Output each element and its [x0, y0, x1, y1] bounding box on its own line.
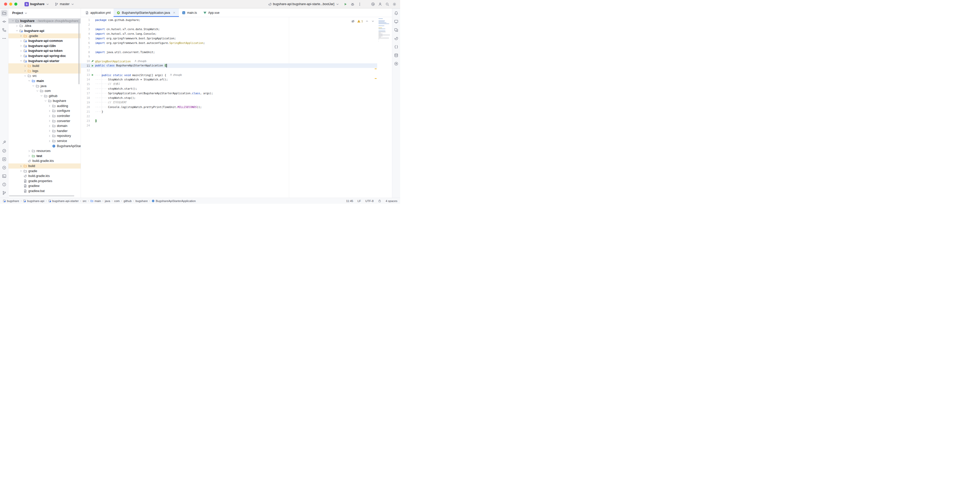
tree-item-build[interactable]: build: [8, 63, 81, 69]
previous-problem-button[interactable]: [365, 19, 369, 23]
tree-item-converter[interactable]: converter: [8, 118, 81, 124]
tree-chevron-icon[interactable]: [23, 74, 27, 78]
build-tool-button[interactable]: [1, 139, 7, 145]
code-line-18[interactable]: 18········stopWatch.stop();: [81, 96, 377, 100]
tree-item-bugshare-api-sa-token[interactable]: bugshare-api-sa-token: [8, 48, 81, 54]
more-tool-windows-button[interactable]: [1, 35, 7, 41]
tree-item-java[interactable]: java: [8, 83, 81, 89]
tree-chevron-icon[interactable]: [48, 114, 52, 118]
breadcrumb-bugshare-api[interactable]: bugshare-api: [23, 199, 44, 202]
project-widget[interactable]: b bugshare: [22, 1, 52, 7]
code-line-5[interactable]: 5import org.springframework.boot.SpringA…: [81, 36, 377, 41]
run-tool-button[interactable]: [1, 164, 7, 171]
tree-item-configure[interactable]: configure: [8, 108, 81, 114]
tree-chevron-icon[interactable]: [48, 134, 52, 138]
notifications-button[interactable]: [393, 10, 399, 16]
tree-chevron-icon[interactable]: [23, 64, 27, 68]
tree-item-gradlew[interactable]: gradlew: [8, 183, 81, 189]
breadcrumb-com[interactable]: com: [114, 199, 120, 202]
highlighting-level-icon[interactable]: [351, 19, 355, 23]
run-configuration-widget[interactable]: bugshare-api:bugshare-api-starte...bootJ…: [266, 2, 342, 7]
code-line-3[interactable]: 3import cn.hutool.v7.core.date.StopWatch…: [81, 27, 377, 32]
problems-tool-button[interactable]: [1, 181, 7, 188]
tree-chevron-icon[interactable]: [27, 79, 31, 83]
code-line-9[interactable]: 9: [81, 54, 377, 59]
tree-chevron-icon[interactable]: [11, 19, 15, 23]
tree-item-build.gradle.kts[interactable]: build.gradle.kts: [8, 174, 81, 179]
warnings-indicator[interactable]: 1: [357, 19, 363, 23]
version-control-tool-button[interactable]: [1, 190, 7, 196]
breadcrumb-github[interactable]: github: [124, 199, 131, 202]
tab-BugshareApiStarterApplication.java[interactable]: BugshareApiStarterApplication.java: [114, 8, 179, 17]
close-window-button[interactable]: [4, 3, 7, 6]
tree-chevron-icon[interactable]: [19, 44, 23, 48]
code-line-17[interactable]: 17········SpringApplication.run(Bugshare…: [81, 91, 377, 96]
code-line-16[interactable]: 16········stopWatch.start();: [81, 86, 377, 91]
tree-item-test[interactable]: test: [8, 153, 81, 159]
tree-chevron-icon[interactable]: [19, 169, 23, 173]
branch-widget[interactable]: master: [52, 2, 76, 7]
project-tool-button[interactable]: [1, 10, 7, 16]
tree-chevron-icon[interactable]: [48, 129, 52, 133]
tree-item-auditing[interactable]: auditing: [8, 104, 81, 108]
tree-item-bugshare-api-starter[interactable]: bugshare-api-starter: [8, 59, 81, 64]
breadcrumb-src[interactable]: src: [83, 199, 86, 202]
tree-item-com[interactable]: com: [8, 88, 81, 94]
tree-chevron-icon[interactable]: [48, 119, 52, 123]
tree-item-build.gradle.kts[interactable]: build.gradle.kts: [8, 159, 81, 164]
database-button[interactable]: [393, 52, 399, 59]
tree-item-github[interactable]: github: [8, 94, 81, 99]
tree-item-repository[interactable]: repository: [8, 134, 81, 139]
tree-chevron-icon[interactable]: [19, 54, 23, 58]
tree-item-controller[interactable]: controller: [8, 113, 81, 118]
indent-style[interactable]: 4 spaces: [386, 199, 397, 202]
zoom-window-button[interactable]: [14, 3, 18, 6]
tree-chevron-icon[interactable]: [19, 164, 23, 168]
tree-item-resources[interactable]: resources: [8, 148, 81, 153]
code-line-13[interactable]: 13····public static void main(String[] a…: [81, 73, 377, 77]
tab-application.yml[interactable]: application.yml: [82, 8, 114, 17]
tab-main.ts[interactable]: TSmain.ts: [179, 8, 200, 17]
tree-chevron-icon[interactable]: [27, 149, 31, 153]
project-panel-header[interactable]: Project: [8, 8, 81, 18]
project-tree-vertical-scrollbar[interactable]: [79, 19, 80, 84]
close-tab-icon[interactable]: [172, 11, 176, 14]
code-line-7[interactable]: 7: [81, 45, 377, 50]
terminal-tool-button[interactable]: [1, 173, 7, 179]
line-separator[interactable]: LF: [358, 199, 361, 202]
tree-item-logs[interactable]: logs: [8, 69, 81, 73]
code-line-19[interactable]: 19········// 打印出耗时: [81, 100, 377, 105]
code-line-24[interactable]: 24: [81, 123, 377, 128]
breadcrumb-bugshare-api-starter[interactable]: bugshare-api-starter: [48, 199, 79, 202]
breadcrumb-java[interactable]: java: [105, 199, 110, 202]
structure-tool-button[interactable]: [1, 27, 7, 33]
tree-chevron-icon[interactable]: [48, 124, 52, 128]
device-preview-button[interactable]: [393, 18, 399, 25]
read-only-toggle[interactable]: [378, 199, 381, 202]
code-line-14[interactable]: 14········StopWatch stopWatch = StopWatc…: [81, 77, 377, 82]
tree-chevron-icon[interactable]: [23, 69, 27, 73]
coverage-button[interactable]: [393, 61, 399, 67]
code-line-6[interactable]: 6import org.springframework.boot.autocon…: [81, 41, 377, 45]
code-line-20[interactable]: 20········Console.log(stopWatch.prettyPr…: [81, 105, 377, 109]
services-tool-button[interactable]: [1, 156, 7, 163]
settings-button[interactable]: [391, 1, 398, 7]
breadcrumb-BugshareApiStarterApplication[interactable]: CBugshareApiStarterApplication: [151, 199, 196, 202]
gradle-button[interactable]: [393, 35, 399, 41]
breadcrumb-bugshare[interactable]: bugshare: [3, 199, 19, 202]
code-line-11[interactable]: 11public class BugshareApiStarterApplica…: [81, 63, 377, 68]
tree-chevron-icon[interactable]: [48, 104, 52, 108]
editor[interactable]: 1package com.github.bugshare;23import cn…: [81, 17, 392, 198]
tree-item-bugshare-api-i18n[interactable]: bugshare-api-i18n: [8, 43, 81, 48]
tree-item-gradlew.bat[interactable]: gradlew.bat: [8, 188, 81, 194]
tree-chevron-icon[interactable]: [19, 39, 23, 43]
author-inlay-hint[interactable]: zhoupb: [134, 59, 146, 62]
minimize-window-button[interactable]: [9, 3, 12, 6]
breadcrumb-main[interactable]: main: [90, 199, 101, 202]
tree-item-gradle.properties[interactable]: gradle.properties: [8, 179, 81, 183]
code-line-21[interactable]: 21····}: [81, 109, 377, 114]
tree-chevron-icon[interactable]: [35, 89, 39, 93]
tree-item-bugshare-api-common[interactable]: bugshare-api-common: [8, 38, 81, 43]
run-gutter-icon[interactable]: [91, 64, 94, 67]
tree-item-.gradle[interactable]: .gradle: [8, 33, 81, 38]
